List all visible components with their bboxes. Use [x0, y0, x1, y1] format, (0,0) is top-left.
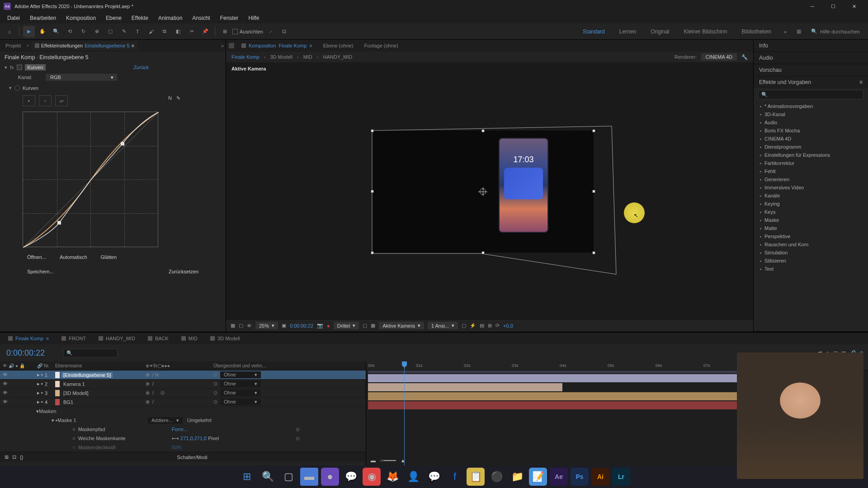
roto-tool[interactable]: ✂	[186, 26, 198, 38]
workspace-overflow[interactable]: »	[779, 26, 791, 38]
curves-save-button[interactable]: Speichern...	[27, 269, 54, 274]
tl-tab-mid[interactable]: MID	[176, 334, 203, 343]
minimize-button[interactable]: ─	[802, 0, 823, 13]
pixel-aspect-icon[interactable]: ▢	[462, 323, 466, 328]
tab-footage[interactable]: Footage (ohne)	[360, 41, 401, 50]
menu-datei[interactable]: Datei	[3, 14, 24, 23]
zoom-tool[interactable]: 🔍	[50, 26, 62, 38]
renderer-settings-icon[interactable]: 🔧	[741, 54, 748, 60]
curves-open-button[interactable]: Öffnen...	[27, 254, 46, 260]
effect-reset-link[interactable]: Zurück	[133, 65, 149, 70]
close-button[interactable]: ✕	[844, 0, 864, 13]
stamp-tool[interactable]: ⧉	[159, 26, 170, 38]
camera-select[interactable]: Aktive Kamera▾	[379, 322, 424, 329]
taskbar-app-2[interactable]: ◉	[363, 468, 381, 486]
menu-hilfe[interactable]: Hilfe	[244, 14, 264, 23]
workspace-split-icon[interactable]: ▥	[793, 26, 805, 38]
effect-category[interactable]: Rauschen und Korn	[754, 240, 868, 249]
snapshot-icon[interactable]: 📷	[317, 323, 323, 328]
curves-reset-button[interactable]: Zurücksetzen	[169, 269, 198, 274]
roi-icon[interactable]: ▢	[363, 323, 367, 328]
effect-category[interactable]: Audio	[754, 118, 868, 127]
taskbar-app-3[interactable]: 👤	[404, 468, 422, 486]
effect-category[interactable]: Simulation	[754, 249, 868, 257]
timeline-search[interactable]: 🔍	[63, 349, 118, 357]
workspace-bibliotheken[interactable]: Bibliotheken	[736, 27, 778, 37]
magnification-icon[interactable]: ▦	[231, 323, 235, 328]
current-time-indicator[interactable]	[404, 361, 405, 465]
hand-tool[interactable]: ✋	[37, 26, 48, 38]
timeline-layer[interactable]: 👁 ▸ ▪ 4 BG1 ⊕/ ⊙Ohne▾	[0, 398, 366, 407]
channel-select[interactable]: RGB ▾	[45, 73, 118, 81]
taskbar-taskview[interactable]: ▢	[279, 468, 297, 486]
effect-category[interactable]: CINEMA 4D	[754, 135, 868, 143]
mask-icon[interactable]: 👁	[247, 323, 252, 328]
menu-bearbeiten[interactable]: Bearbeiten	[25, 14, 61, 23]
tl-zoom-slider[interactable]: ○━━━━	[380, 458, 396, 464]
tl-tab-3d-modell[interactable]: 3D Modell	[205, 334, 245, 343]
tl-footer-icon-1[interactable]: ⊞	[5, 454, 9, 460]
snap-grid-icon[interactable]: ⊡	[278, 26, 290, 38]
local-axis-icon[interactable]: ⊞	[219, 26, 231, 38]
mask-section[interactable]: ▾ Masken	[0, 407, 366, 416]
tl-tab-back[interactable]: BACK	[142, 334, 174, 343]
taskbar-notes[interactable]: 📋	[467, 468, 485, 486]
timeline-layer[interactable]: 👁 ▸ ▪ 1 [Einstellungsebene 5] ⊕/fx ⊙Ohne…	[0, 371, 366, 380]
effect-category[interactable]: * Animationsvorgaben	[754, 102, 868, 110]
mask-mode-select[interactable]: Addiere...▾	[148, 417, 183, 424]
effect-kurven[interactable]: Kurven	[25, 64, 46, 70]
taskbar-obs[interactable]: ⚫	[487, 468, 505, 486]
effect-category[interactable]: Farbkorrektur	[754, 159, 868, 167]
curves-auto-button[interactable]: Automatisch	[60, 254, 87, 260]
effect-category[interactable]: Boris FX Mocha	[754, 127, 868, 135]
tl-zoom-out[interactable]: ▬	[371, 458, 376, 463]
tl-tab-finale-komp[interactable]: Finale Komp≡	[3, 334, 54, 343]
taskbar-messenger[interactable]: 💬	[425, 468, 443, 486]
exposure-value[interactable]: +0,0	[503, 323, 513, 328]
effect-category[interactable]: Generieren	[754, 175, 868, 183]
effect-category[interactable]: Perspektive	[754, 232, 868, 240]
tab-composition[interactable]: Komposition Finale Komp ≡	[238, 41, 316, 50]
workspace-original[interactable]: Original	[644, 27, 675, 37]
effect-category[interactable]: Kanäle	[754, 192, 868, 200]
taskbar-lr[interactable]: Lr	[612, 468, 630, 486]
views-select[interactable]: 1 Ansi...▾	[428, 322, 458, 329]
snap-checkbox[interactable]: Ausrichten	[232, 29, 263, 34]
menu-ebene[interactable]: Ebene	[101, 14, 126, 23]
taskbar-ps[interactable]: Ps	[571, 468, 589, 486]
timeline-icon[interactable]: ▤	[480, 323, 484, 328]
lock-icon[interactable]	[229, 43, 234, 48]
timeline-layer[interactable]: 👁 ▸ ▪ 2 Kamera 1 ⊕/ ⊙Ohne▾	[0, 380, 366, 389]
menu-effekte[interactable]: Effekte	[127, 14, 153, 23]
home-button[interactable]: ⌂	[4, 26, 15, 38]
bc-3d-modell[interactable]: 3D Modell	[270, 54, 292, 60]
zoom-select[interactable]: 25%▾	[255, 322, 278, 329]
effect-category[interactable]: Dienstprogramm	[754, 143, 868, 151]
taskbar-notepad[interactable]: 📝	[529, 468, 547, 486]
layer-bar-1[interactable]	[368, 374, 743, 382]
mask-path-prop[interactable]: ○ Maskenpfad Form... ⊙	[0, 425, 366, 434]
maximize-button[interactable]: ☐	[823, 0, 844, 13]
mask-opacity-prop[interactable]: ○ Maskendeckkraft 50%	[0, 443, 366, 452]
taskbar-app-1[interactable]: ●	[321, 468, 339, 486]
workspace-standard[interactable]: Standard	[576, 27, 611, 37]
taskbar-ai[interactable]: Ai	[591, 468, 609, 486]
puppet-tool[interactable]: 📌	[199, 26, 211, 38]
timeline-layer[interactable]: 👁 ▸ ▪ 3 [3D Modell] ⊕/⊙ ⊙Ohne▾	[0, 389, 366, 398]
effect-category[interactable]: 3D-Kanal	[754, 110, 868, 118]
menu-animation[interactable]: Animation	[154, 14, 187, 23]
fast-preview-icon[interactable]: ⚡	[470, 323, 476, 328]
curves-smooth-button[interactable]: Glätten	[101, 254, 117, 260]
effect-category[interactable]: Text	[754, 265, 868, 273]
tl-footer-icon-2[interactable]: ⊡	[12, 454, 16, 460]
resolution-select[interactable]: Drittel▾	[334, 322, 359, 329]
preview-panel-header[interactable]: Vorschau	[754, 64, 868, 76]
curves-tool-smooth[interactable]: ✎	[176, 95, 180, 106]
shape-tool[interactable]: ▢	[104, 26, 116, 38]
brush-tool[interactable]: 🖌	[145, 26, 157, 38]
start-button[interactable]: ⊞	[238, 468, 256, 486]
effects-search[interactable]: 🔍	[758, 90, 863, 99]
effects-presets-header[interactable]: Effekte und Vorgaben≡	[754, 76, 868, 88]
effect-category[interactable]: Keying	[754, 200, 868, 208]
menu-ansicht[interactable]: Ansicht	[188, 14, 214, 23]
